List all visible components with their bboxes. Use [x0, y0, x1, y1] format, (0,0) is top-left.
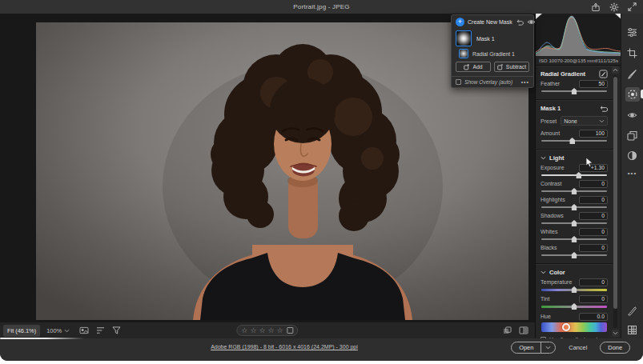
filter-funnel-icon[interactable] — [112, 326, 121, 334]
plus-circle-icon[interactable]: + — [456, 18, 464, 26]
scrollbar-thumb[interactable] — [613, 77, 617, 309]
highlights-slider[interactable] — [541, 206, 607, 208]
mask-thumbnail[interactable] — [456, 30, 472, 46]
masking-tool-icon[interactable] — [625, 87, 640, 102]
section-radial-gradient: Radial Gradient Feather 50 — [536, 66, 614, 100]
scroll-up-icon[interactable] — [612, 66, 619, 74]
create-mask-panel: + Create New Mask Mask 1 — [451, 14, 534, 88]
red-eye-tool-icon[interactable] — [625, 108, 640, 122]
reset-adjustments-icon[interactable] — [599, 105, 608, 113]
star-icon[interactable]: ☆ — [241, 326, 247, 335]
shadows-slider-thumb[interactable] — [572, 220, 577, 226]
exposure-value[interactable]: +1.30 — [579, 164, 608, 172]
preset-select[interactable]: None — [561, 116, 608, 126]
zoom-level-select[interactable]: 100% — [46, 327, 70, 334]
amount-label: Amount — [541, 130, 560, 136]
highlights-slider-thumb[interactable] — [572, 204, 577, 210]
whites-slider[interactable] — [541, 238, 607, 240]
panel-scrollbar[interactable] — [612, 66, 619, 337]
add-button[interactable]: Add — [456, 62, 491, 72]
split-view-icon[interactable] — [519, 326, 528, 334]
exif-shutter: 1/125s — [603, 58, 618, 63]
grid-view-icon[interactable] — [625, 322, 640, 337]
sort-order-icon[interactable] — [96, 326, 105, 334]
highlights-value[interactable]: 0 — [579, 196, 608, 204]
radial-gradient-icon[interactable] — [459, 49, 468, 58]
open-options-chevron[interactable] — [541, 342, 555, 353]
star-rating[interactable]: ☆ ☆ ☆ ☆ ☆ — [236, 325, 298, 336]
temperature-slider-thumb[interactable] — [572, 286, 577, 293]
hue-slider[interactable] — [541, 322, 607, 332]
blacks-value[interactable]: 0 — [579, 244, 608, 252]
healing-tool-icon[interactable] — [625, 66, 640, 81]
temperature-value[interactable]: 0 — [579, 278, 608, 286]
histogram[interactable] — [536, 14, 621, 56]
contrast-slider-thumb[interactable] — [572, 188, 577, 194]
amount-slider[interactable] — [541, 140, 607, 142]
crop-tool-icon[interactable] — [625, 46, 640, 60]
whites-slider-thumb[interactable] — [572, 236, 577, 242]
star-icon[interactable]: ☆ — [250, 326, 256, 335]
document-title: Portrait.jpg - JPEG — [293, 3, 350, 10]
blacks-slider[interactable] — [541, 254, 607, 256]
hue-slider-knob[interactable] — [562, 323, 570, 331]
feather-value[interactable]: 50 — [579, 80, 608, 88]
image-info-link[interactable]: Adobe RGB (1998) - 8 bit - 6016 x 4016 (… — [211, 344, 358, 350]
chevron-down-icon[interactable] — [541, 270, 546, 274]
whites-label: Whites — [541, 229, 557, 234]
fullscreen-icon[interactable] — [628, 2, 637, 11]
contrast-value[interactable]: 0 — [579, 180, 608, 188]
blacks-slider-thumb[interactable] — [572, 252, 577, 258]
shadows-slider[interactable] — [541, 222, 607, 224]
preset-label: Preset — [541, 118, 557, 124]
mask-list-item[interactable]: Mask 1 — [452, 29, 533, 48]
mask-tool-item[interactable]: Radial Gradient 1 — [452, 48, 533, 61]
hue-label: Hue — [541, 314, 551, 319]
fit-zoom-button[interactable]: Fit (46.1%) — [3, 325, 40, 337]
settings-gear-icon[interactable] — [609, 2, 619, 12]
flag-icon[interactable] — [287, 327, 294, 334]
star-icon[interactable]: ☆ — [268, 326, 275, 335]
reset-mask-icon[interactable] — [516, 18, 524, 26]
more-tools-icon[interactable]: ••• — [625, 166, 640, 180]
brush-tool-icon[interactable] — [625, 303, 640, 318]
contrast-slider[interactable] — [541, 190, 607, 192]
amount-value[interactable]: 100 — [579, 130, 608, 138]
temperature-slider[interactable] — [541, 289, 607, 291]
feather-slider[interactable] — [541, 90, 607, 92]
presets-icon[interactable] — [625, 128, 640, 142]
camera-raw-app: Portrait.jpg - JPEG — [0, 0, 643, 364]
chevron-down-icon[interactable] — [541, 156, 546, 160]
mask-visibility-eye-icon[interactable] — [527, 18, 536, 26]
tint-value[interactable]: 0 — [579, 295, 608, 303]
show-overlay-checkbox[interactable] — [456, 79, 461, 85]
scrollbar-track[interactable] — [613, 75, 617, 328]
exif-aperture: f/11 — [596, 58, 604, 63]
tint-slider-thumb[interactable] — [572, 303, 577, 310]
star-icon[interactable]: ☆ — [259, 326, 265, 335]
feather-slider-thumb[interactable] — [572, 88, 577, 94]
tint-slider[interactable] — [541, 306, 607, 308]
exposure-slider[interactable] — [541, 174, 607, 176]
preview-toggle-icon[interactable] — [79, 326, 89, 334]
contrast-circle-icon[interactable] — [625, 148, 640, 162]
image-canvas[interactable]: + Create New Mask Mask 1 — [0, 14, 535, 338]
scroll-down-icon[interactable] — [612, 330, 619, 337]
before-after-icon[interactable] — [503, 326, 512, 334]
mask-panel-more-icon[interactable]: ••• — [521, 79, 529, 85]
star-icon[interactable]: ☆ — [277, 326, 283, 335]
open-button[interactable]: Open — [512, 342, 541, 353]
hue-value[interactable]: 0.0 — [579, 313, 608, 321]
mask-section-title: Mask 1 — [541, 105, 561, 112]
exposure-slider-thumb[interactable] — [576, 172, 581, 178]
export-icon[interactable] — [591, 2, 601, 12]
amount-slider-thumb[interactable] — [569, 138, 575, 144]
shadows-value[interactable]: 0 — [579, 212, 608, 220]
edit-pin-icon[interactable] — [599, 70, 608, 78]
done-button[interactable]: Done — [601, 342, 629, 353]
whites-value[interactable]: 0 — [579, 228, 608, 236]
cancel-button[interactable]: Cancel — [569, 344, 587, 351]
subtract-button[interactable]: Subtract — [494, 62, 529, 72]
edit-tool-icon[interactable] — [625, 25, 640, 39]
create-mask-header: + Create New Mask — [452, 15, 533, 29]
